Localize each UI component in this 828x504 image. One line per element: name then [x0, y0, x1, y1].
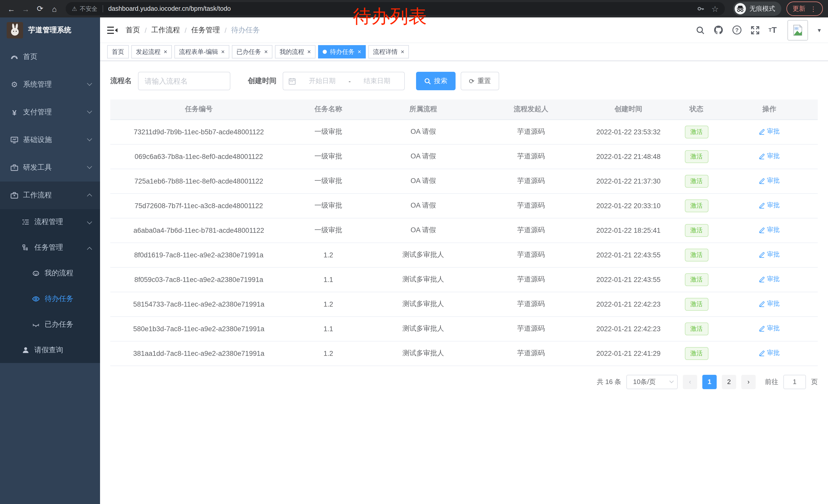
- tab-process-detail[interactable]: 流程详情 ×: [368, 45, 409, 58]
- bookmark-star-icon[interactable]: ☆: [711, 4, 719, 13]
- table-row: 8f0d1619-7ac8-11ec-a9e2-a2380e71991a 1.2…: [110, 242, 818, 267]
- active-dot: [323, 50, 327, 54]
- chevron-down-icon: [87, 136, 92, 141]
- breadcrumb-workflow[interactable]: 工作流程: [151, 26, 180, 35]
- tab-my-process[interactable]: 我的流程 ×: [275, 45, 316, 58]
- table-row: 381aa1dd-7ac8-11ec-a9e2-a2380e71991a 1.2…: [110, 341, 818, 366]
- sidebar-item-pay[interactable]: ¥ 支付管理: [0, 98, 100, 126]
- page-size-select[interactable]: 10条/页: [626, 374, 678, 389]
- sidebar-item-task-mgmt[interactable]: 任务管理: [0, 235, 100, 261]
- tab-start-process[interactable]: 发起流程 ×: [131, 45, 172, 58]
- close-icon[interactable]: ×: [307, 49, 311, 55]
- key-icon[interactable]: [697, 5, 704, 12]
- status-badge: 激活: [685, 273, 708, 286]
- close-icon[interactable]: ×: [401, 49, 404, 55]
- edit-icon: [759, 178, 765, 184]
- reset-button[interactable]: ⟳ 重置: [461, 72, 499, 90]
- approve-link[interactable]: 审批: [759, 275, 780, 284]
- approve-link[interactable]: 审批: [759, 250, 780, 259]
- start-date-input[interactable]: 开始日期: [300, 77, 344, 86]
- table-row: 725a1eb6-7b88-11ec-8ef0-acde48001122 一级审…: [110, 169, 818, 193]
- status-badge: 激活: [685, 150, 708, 163]
- task-table: 任务编号 任务名称 所属流程 流程发起人 创建时间 状态 操作 73211d9d…: [110, 99, 818, 366]
- sidebar-item-my-process[interactable]: 我的流程: [0, 261, 100, 286]
- approve-link[interactable]: 审批: [759, 127, 780, 136]
- date-range-picker[interactable]: 开始日期 - 结束日期: [283, 72, 405, 90]
- tab-home[interactable]: 首页: [107, 45, 129, 58]
- next-page-button[interactable]: ›: [741, 374, 756, 389]
- edit-icon: [759, 252, 765, 258]
- prev-page-button[interactable]: ‹: [683, 374, 697, 389]
- app-logo-row[interactable]: 芋道管理系统: [0, 17, 100, 43]
- sidebar-item-infra[interactable]: 基础设施: [0, 126, 100, 154]
- font-size-icon[interactable]: TT: [769, 26, 777, 34]
- browser-reload-button[interactable]: ⟳: [34, 3, 46, 15]
- breadcrumb-home[interactable]: 首页: [126, 26, 140, 35]
- sidebar-item-devtools[interactable]: 研发工具: [0, 154, 100, 182]
- approve-link[interactable]: 审批: [759, 201, 780, 210]
- sidebar-item-workflow[interactable]: 工作流程: [0, 182, 100, 209]
- sidebar-item-done-task[interactable]: 已办任务: [0, 312, 100, 337]
- status-badge: 激活: [685, 322, 708, 335]
- chevron-down-icon: [87, 219, 92, 224]
- status-badge: 激活: [685, 199, 708, 212]
- chevron-up-icon: [87, 193, 92, 199]
- browser-back-button[interactable]: ←: [5, 3, 17, 15]
- security-status[interactable]: ⚠ 不安全: [72, 5, 97, 12]
- back-icon: ←: [7, 4, 15, 13]
- help-icon[interactable]: ?: [732, 25, 742, 35]
- tab-todo-task[interactable]: 待办任务 ×: [318, 45, 366, 58]
- browser-forward-button[interactable]: →: [19, 3, 32, 15]
- close-icon[interactable]: ×: [221, 49, 225, 55]
- approve-link[interactable]: 审批: [759, 152, 780, 161]
- avatar[interactable]: [787, 20, 808, 40]
- workflow-submenu: 流程管理 任务管理 我的流程: [0, 209, 100, 363]
- sidebar-item-home[interactable]: 首页: [0, 43, 100, 71]
- approve-link[interactable]: 审批: [759, 349, 780, 358]
- app-title: 芋道管理系统: [28, 26, 71, 35]
- approve-link[interactable]: 审批: [759, 177, 780, 185]
- caret-down-icon[interactable]: ▾: [818, 27, 821, 34]
- close-icon[interactable]: ×: [358, 49, 361, 55]
- sidebar-item-system[interactable]: ⚙ 系统管理: [0, 71, 100, 98]
- update-button[interactable]: 更新 ⋮: [786, 2, 823, 16]
- approve-link[interactable]: 审批: [759, 226, 780, 235]
- tree-branch-icon: [22, 243, 30, 252]
- browser-menu-icon[interactable]: ⋮: [810, 5, 817, 12]
- sidebar-item-process-mgmt[interactable]: 流程管理: [0, 209, 100, 235]
- fullscreen-icon[interactable]: [750, 26, 760, 35]
- page-2-button[interactable]: 2: [722, 374, 736, 389]
- sidebar-item-todo-task[interactable]: 待办任务: [0, 286, 100, 312]
- process-name-input[interactable]: [138, 72, 230, 90]
- range-separator: -: [348, 77, 351, 85]
- browser-home-button[interactable]: ⌂: [48, 3, 60, 15]
- user-icon: [22, 346, 30, 354]
- edit-icon: [759, 301, 765, 307]
- approve-link[interactable]: 审批: [759, 300, 780, 308]
- table-row: 580e1b3d-7ac8-11ec-a9e2-a2380e71991a 1.1…: [110, 316, 818, 341]
- gear-icon: ⚙: [10, 80, 18, 89]
- edit-icon: [759, 227, 765, 233]
- end-date-input[interactable]: 结束日期: [355, 77, 399, 86]
- github-icon[interactable]: [714, 25, 723, 35]
- page-1-button[interactable]: 1: [702, 374, 717, 389]
- tab-form-edit[interactable]: 流程表单-编辑 ×: [174, 45, 229, 58]
- incognito-label: 无痕模式: [749, 4, 775, 13]
- close-icon[interactable]: ×: [264, 49, 268, 55]
- hamburger-icon[interactable]: [107, 26, 118, 34]
- approve-link[interactable]: 审批: [759, 324, 780, 333]
- briefcase-icon: [10, 191, 18, 199]
- search-icon[interactable]: [696, 26, 705, 35]
- search-button[interactable]: 搜索: [416, 72, 456, 90]
- edit-icon: [759, 202, 765, 209]
- divider: [102, 5, 103, 12]
- breadcrumb-task-mgmt[interactable]: 任务管理: [191, 26, 220, 35]
- sidebar-item-leave-query[interactable]: 请假查询: [0, 337, 100, 363]
- chevron-down-icon: [87, 81, 92, 86]
- goto-page-input[interactable]: [783, 374, 806, 389]
- close-icon[interactable]: ×: [164, 49, 167, 55]
- chevron-right-icon: ›: [747, 378, 750, 385]
- tab-done-task[interactable]: 已办任务 ×: [232, 45, 273, 58]
- col-status: 状态: [672, 99, 721, 120]
- app-logo: [7, 22, 23, 39]
